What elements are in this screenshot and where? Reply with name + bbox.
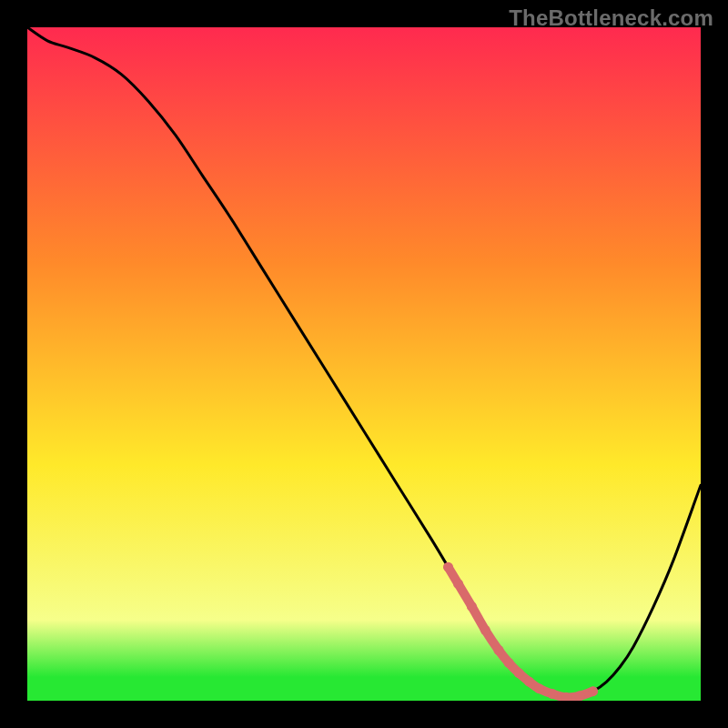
optimal-range-dot xyxy=(504,658,514,668)
optimal-range-dot xyxy=(534,683,544,693)
optimal-range-dot xyxy=(443,562,453,572)
optimal-range-dot xyxy=(467,602,477,612)
optimal-range-dot xyxy=(494,645,504,655)
optimal-range-dot xyxy=(453,579,463,589)
bottleneck-chart xyxy=(27,27,701,701)
optimal-range-dot xyxy=(514,668,524,678)
chart-background xyxy=(27,27,701,701)
optimal-range-dot xyxy=(524,676,534,686)
optimal-range-dot xyxy=(588,686,598,696)
optimal-range-dot xyxy=(548,689,558,699)
optimal-range-dot xyxy=(480,625,490,635)
optimal-range-dot xyxy=(574,691,584,701)
chart-container: TheBottleneck.com xyxy=(0,0,728,728)
chart-svg xyxy=(27,27,701,701)
